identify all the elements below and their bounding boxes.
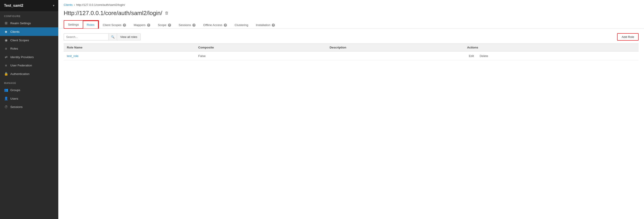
sidebar-item-clients[interactable]: ◈ Clients — [0, 27, 58, 36]
role-name-link[interactable]: test_role — [67, 54, 78, 58]
sidebar-realm-header[interactable]: Test_saml2 ▾ — [0, 0, 58, 11]
identity-providers-icon: ⇄ — [4, 55, 8, 59]
tab-client-scopes[interactable]: Client Scopes ? — [99, 21, 130, 29]
page-title: Http://127.0.0.1/core/auth/saml2/login/ — [64, 10, 162, 17]
users-icon: 👤 — [4, 97, 8, 101]
sidebar-item-users[interactable]: 👤 Users — [0, 94, 58, 103]
user-federation-icon: ≡ — [4, 64, 8, 67]
delete-button[interactable]: Delete — [478, 54, 490, 58]
roles-table: Role Name Composite Description Actions … — [64, 43, 638, 61]
tab-mappers[interactable]: Mappers ? — [130, 21, 154, 29]
breadcrumb-current: http://127.0.0.1/core/auth/saml2/login/ — [76, 3, 125, 7]
add-role-button-wrapper: Add Role — [617, 33, 638, 41]
client-scopes-icon: ◉ — [4, 38, 8, 42]
realm-settings-icon: ⊞ — [4, 21, 8, 25]
sidebar-item-user-federation[interactable]: ≡ User Federation — [0, 61, 58, 70]
search-icon: 🔍 — [111, 35, 114, 39]
col-description: Description — [326, 44, 464, 52]
edit-button[interactable]: Edit — [467, 54, 476, 58]
mappers-info-icon[interactable]: ? — [147, 24, 150, 27]
col-composite: Composite — [195, 44, 326, 52]
tab-clustering[interactable]: Clustering — [231, 21, 252, 29]
sidebar-item-label: Users — [10, 97, 18, 100]
installation-info-icon[interactable]: ? — [272, 24, 275, 27]
sidebar: Test_saml2 ▾ Configure ⊞ Realm Settings … — [0, 0, 58, 219]
sidebar-item-label: Client Scopes — [10, 39, 29, 42]
sidebar-item-label: Groups — [10, 88, 20, 92]
sidebar-item-realm-settings[interactable]: ⊞ Realm Settings — [0, 19, 58, 27]
main-content: Clients › http://127.0.0.1/core/auth/sam… — [58, 0, 644, 219]
sidebar-item-label: Identity Providers — [10, 55, 34, 59]
sidebar-item-groups[interactable]: 👥 Groups — [0, 86, 58, 94]
tabs-bar: Settings Roles Client Scopes ? Mappers ?… — [58, 18, 644, 29]
highlighted-tabs-group: Settings Roles — [64, 20, 99, 29]
sidebar-item-label: Realm Settings — [10, 22, 31, 25]
search-input[interactable] — [64, 34, 108, 40]
tab-settings[interactable]: Settings — [64, 21, 83, 29]
sidebar-item-label: Roles — [10, 47, 18, 50]
sessions-icon: ⏱ — [4, 105, 8, 109]
groups-icon: 👥 — [4, 88, 8, 92]
realm-name: Test_saml2 — [4, 4, 23, 8]
sidebar-item-label: Sessions — [10, 105, 23, 109]
sidebar-item-roles[interactable]: ≡ Roles — [0, 45, 58, 53]
roles-icon: ≡ — [4, 47, 8, 51]
client-scopes-info-icon[interactable]: ? — [123, 24, 126, 27]
manage-section-label: Manage — [0, 78, 58, 86]
toolbar-left: 🔍 View all roles — [64, 34, 140, 40]
tab-scope[interactable]: Scope ? — [154, 21, 175, 29]
add-role-button[interactable]: Add Role — [618, 34, 638, 40]
tab-installation[interactable]: Installation ? — [252, 21, 279, 29]
page-header: Http://127.0.0.1/core/auth/saml2/login/ … — [58, 8, 644, 17]
description-cell — [326, 52, 464, 61]
offline-access-info-icon[interactable]: ? — [224, 24, 227, 27]
role-name-cell: test_role — [64, 52, 195, 61]
sidebar-item-client-scopes[interactable]: ◉ Client Scopes — [0, 36, 58, 45]
col-actions: Actions — [464, 44, 638, 52]
tab-content: 🔍 View all roles Add Role Role Name Comp… — [58, 29, 644, 219]
breadcrumb-separator: › — [74, 3, 75, 7]
clients-icon: ◈ — [4, 30, 8, 34]
actions-cell: Edit Delete — [464, 52, 638, 61]
toolbar-row: 🔍 View all roles Add Role — [64, 33, 638, 41]
tab-sessions[interactable]: Sessions ? — [175, 21, 200, 29]
breadcrumb: Clients › http://127.0.0.1/core/auth/sam… — [58, 0, 644, 8]
col-role-name: Role Name — [64, 44, 195, 52]
table-row: test_role False Edit Delete — [64, 52, 638, 61]
scope-info-icon[interactable]: ? — [168, 24, 171, 27]
delete-client-icon[interactable]: 🗑 — [165, 11, 169, 16]
table-header-row: Role Name Composite Description Actions — [64, 44, 638, 52]
sidebar-item-sessions[interactable]: ⏱ Sessions — [0, 103, 58, 111]
tab-roles[interactable]: Roles — [83, 21, 99, 29]
configure-section-label: Configure — [0, 11, 58, 19]
authentication-icon: 🔒 — [4, 72, 8, 76]
sessions-info-icon[interactable]: ? — [192, 24, 196, 27]
sidebar-item-label: User Federation — [10, 64, 32, 67]
sidebar-item-label: Authentication — [10, 72, 30, 76]
breadcrumb-clients-link[interactable]: Clients — [64, 3, 73, 7]
sidebar-item-authentication[interactable]: 🔒 Authentication — [0, 70, 58, 78]
composite-cell: False — [195, 52, 326, 61]
sidebar-item-identity-providers[interactable]: ⇄ Identity Providers — [0, 53, 58, 61]
realm-chevron-icon: ▾ — [53, 4, 54, 7]
tab-offline-access[interactable]: Offline Access ? — [199, 21, 231, 29]
sidebar-item-label: Clients — [10, 30, 20, 34]
search-button[interactable]: 🔍 — [108, 34, 117, 40]
view-all-roles-button[interactable]: View all roles — [117, 34, 140, 40]
